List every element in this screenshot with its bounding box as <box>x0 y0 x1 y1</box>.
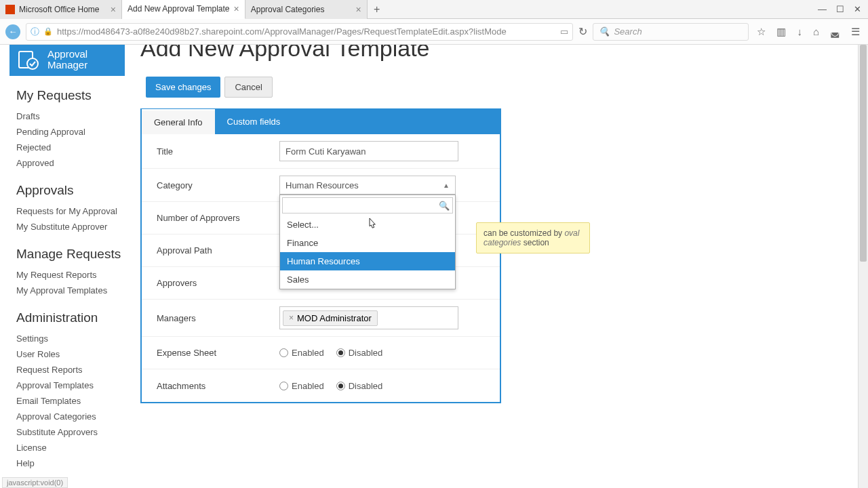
tab-general-info[interactable]: General Info <box>142 109 215 134</box>
category-option-select[interactable]: Select... <box>280 216 455 234</box>
bookmark-icon[interactable]: ☆ <box>757 26 766 38</box>
sidebar-head-manage: Manage Requests <box>16 247 132 262</box>
attachments-disabled-radio[interactable]: Disabled <box>336 381 383 391</box>
status-bar: javascript:void(0) <box>2 477 68 488</box>
tab-label: Add New Approval Template <box>127 4 230 14</box>
url-text: https://mod486473-a0f8e240d98b27.sharepo… <box>57 26 556 37</box>
sidebar-head-my-requests: My Requests <box>16 88 132 103</box>
dropdown-search-input[interactable] <box>285 201 439 210</box>
token-label: MOD Administrator <box>297 313 372 323</box>
tab-label: Approval Categories <box>251 5 325 14</box>
app-logo-text: Approval Manager <box>47 49 87 71</box>
reload-icon[interactable]: ↻ <box>578 25 587 38</box>
search-placeholder: Search <box>614 26 642 37</box>
manager-token: × MOD Administrator <box>283 310 378 326</box>
label-expense: Expense Sheet <box>142 338 279 367</box>
reader-icon[interactable]: ▭ <box>560 26 568 37</box>
sidebar-head-approvals: Approvals <box>16 183 132 198</box>
address-bar: ← ⓘ 🔒 https://mod486473-a0f8e240d98b27.s… <box>0 19 868 45</box>
minimize-icon[interactable]: — <box>818 4 827 14</box>
sidebar-item-admin-request-reports[interactable]: Request Reports <box>16 362 132 378</box>
sidebar-item-pending[interactable]: Pending Approval <box>16 124 132 140</box>
label-attachments: Attachments <box>142 371 279 401</box>
window-controls: — ☐ ✕ <box>818 4 868 14</box>
page-title: Add New Approval Template <box>140 45 850 62</box>
category-option-finance[interactable]: Finance <box>280 234 455 252</box>
sidebar-item-approved[interactable]: Approved <box>16 155 132 171</box>
browser-tabs: Microsoft Office Home × Add New Approval… <box>0 0 868 19</box>
label-num-approvers: Number of Approvers <box>142 203 279 232</box>
expense-disabled-radio[interactable]: Disabled <box>336 348 383 358</box>
tab-label: Microsoft Office Home <box>19 5 99 14</box>
home-icon[interactable]: ⌂ <box>813 26 819 37</box>
cancel-button[interactable]: Cancel <box>224 77 272 98</box>
label-title: Title <box>142 137 279 166</box>
sidebar-head-admin: Administration <box>16 310 132 325</box>
close-icon[interactable]: × <box>234 3 239 14</box>
search-field[interactable]: 🔍 Search <box>593 23 749 41</box>
dropdown-search[interactable]: 🔍 <box>282 197 453 214</box>
sidebar-item-license[interactable]: License <box>16 440 132 455</box>
info-icon: ⓘ <box>31 26 39 38</box>
label-category: Category <box>142 171 279 200</box>
sidebar-item-user-roles[interactable]: User Roles <box>16 346 132 362</box>
app-logo-icon <box>15 46 42 73</box>
tab-custom-fields[interactable]: Custom fields <box>215 110 293 134</box>
search-icon: 🔍 <box>439 201 450 211</box>
sidebar-item-substitute-approvers[interactable]: Substitute Approvers <box>16 424 132 440</box>
sidebar-item-substitute[interactable]: My Substitute Approver <box>16 219 132 235</box>
browser-tab-categories[interactable]: Approval Categories × <box>245 0 368 19</box>
category-dropdown: 🔍 Select... Finance Human Resources Sale… <box>279 195 456 289</box>
scroll-thumb[interactable] <box>860 45 867 262</box>
form-panel: General Info Custom fields Title Categor… <box>140 108 501 403</box>
sidebar-item-requests-for-approval[interactable]: Requests for My Approval <box>16 203 132 219</box>
label-approvers: Approvers <box>142 268 279 298</box>
svg-rect-0 <box>5 5 15 14</box>
browser-tab-add-template[interactable]: Add New Approval Template × <box>122 0 245 19</box>
sidebar-item-help[interactable]: Help <box>16 455 132 471</box>
sidebar-item-rejected[interactable]: Rejected <box>16 140 132 155</box>
menu-icon[interactable]: ☰ <box>851 26 860 38</box>
token-remove-icon[interactable]: × <box>289 313 294 323</box>
close-window-icon[interactable]: ✕ <box>854 4 861 14</box>
url-field[interactable]: ⓘ 🔒 https://mod486473-a0f8e240d98b27.sha… <box>26 23 573 41</box>
sidebar-item-approval-templates[interactable]: My Approval Templates <box>16 283 132 298</box>
category-option-sales[interactable]: Sales <box>280 270 455 289</box>
vertical-scrollbar[interactable] <box>858 45 868 488</box>
sidebar-item-settings[interactable]: Settings <box>16 331 132 346</box>
title-input[interactable] <box>279 141 458 161</box>
close-icon[interactable]: × <box>356 4 361 15</box>
category-tooltip: can be customized by oval categories sec… <box>476 222 590 253</box>
expense-enabled-radio[interactable]: Enabled <box>279 348 324 358</box>
library-icon[interactable]: ▥ <box>776 26 786 38</box>
category-selected-text: Human Resources <box>285 180 359 190</box>
managers-field[interactable]: × MOD Administrator <box>279 306 458 329</box>
back-button[interactable]: ← <box>5 24 20 39</box>
lock-icon: 🔒 <box>43 27 53 36</box>
category-option-hr[interactable]: Human Resources <box>280 252 455 270</box>
app-logo[interactable]: Approval Manager <box>9 45 125 76</box>
download-icon[interactable]: ↓ <box>797 26 802 37</box>
label-approval-path: Approval Path <box>142 236 279 265</box>
new-tab-button[interactable]: + <box>368 3 387 16</box>
sidebar-item-request-reports[interactable]: My Request Reports <box>16 267 132 283</box>
search-icon: 🔍 <box>599 26 610 37</box>
chevron-up-icon: ▲ <box>443 182 450 189</box>
sidebar-item-email-templates[interactable]: Email Templates <box>16 393 132 409</box>
label-managers: Managers <box>142 304 279 333</box>
sidebar-item-approval-categories[interactable]: Approval Categories <box>16 409 132 424</box>
sidebar-item-admin-approval-templates[interactable]: Approval Templates <box>16 378 132 393</box>
svg-point-2 <box>27 58 38 69</box>
category-select[interactable]: Human Resources ▲ <box>279 176 456 195</box>
close-icon[interactable]: × <box>111 4 116 15</box>
save-button[interactable]: Save changes <box>146 77 220 98</box>
pocket-icon[interactable]: ◛ <box>830 26 840 38</box>
office-icon <box>5 5 15 14</box>
attachments-enabled-radio[interactable]: Enabled <box>279 381 324 391</box>
browser-tab-office[interactable]: Microsoft Office Home × <box>0 0 122 19</box>
sidebar: My Requests Drafts Pending Approval Reje… <box>16 88 132 483</box>
sidebar-item-drafts[interactable]: Drafts <box>16 108 132 124</box>
maximize-icon[interactable]: ☐ <box>836 4 844 14</box>
